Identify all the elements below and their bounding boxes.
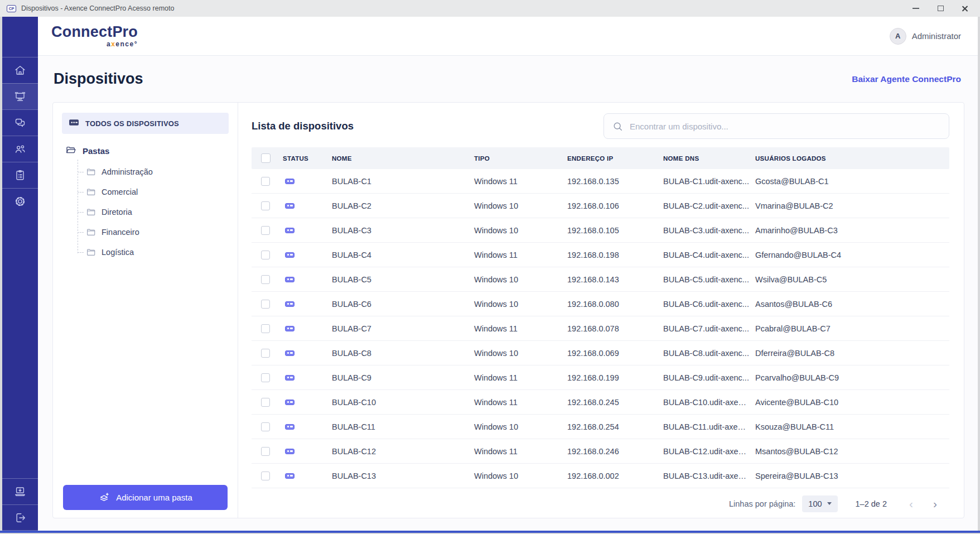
device-logged-user: Msantos@BULAB-C12 [750, 447, 949, 456]
sidebar-item-agent-download[interactable] [2, 478, 38, 504]
row-checkbox[interactable] [261, 447, 270, 456]
list-title: Lista de dispositivos [252, 120, 354, 132]
folder-icon [86, 167, 96, 177]
table-row[interactable]: BULAB-C5 Windows 10 192.168.0.143 BULAB-… [252, 267, 949, 292]
previous-page-button[interactable]: ‹ [909, 498, 913, 509]
add-folder-button[interactable]: Adicionar uma pasta [63, 485, 228, 510]
next-page-button[interactable]: › [933, 498, 937, 509]
device-name: BULAB-C9 [326, 373, 469, 382]
device-ip: 192.168.0.199 [562, 373, 658, 382]
status-connected-icon [285, 228, 295, 233]
tree-item-folder[interactable]: Diretoria [78, 202, 229, 222]
sidebar-item-tasks[interactable] [2, 162, 38, 188]
row-checkbox[interactable] [261, 226, 270, 235]
close-button[interactable] [957, 1, 973, 16]
row-checkbox[interactable] [261, 177, 270, 186]
sidebar-item-users[interactable] [2, 136, 38, 162]
table-row[interactable]: BULAB-C2 Windows 10 192.168.0.106 BULAB-… [252, 194, 949, 218]
row-checkbox[interactable] [261, 201, 270, 210]
sidebar-item-home[interactable] [2, 57, 38, 83]
device-dns: BULAB-C1.udit-axenc... [658, 177, 750, 186]
device-type: Windows 10 [469, 226, 562, 235]
table-row[interactable]: BULAB-C12 Windows 11 192.168.0.246 BULAB… [252, 439, 949, 464]
search-icon [612, 121, 624, 132]
device-logged-user: Gfernando@BULAB-C4 [750, 251, 949, 259]
device-dns: BULAB-C10.udit-axenc... [658, 398, 750, 407]
folder-label: Logística [102, 248, 134, 257]
device-ip: 192.168.0.135 [562, 177, 658, 186]
row-checkbox[interactable] [261, 398, 270, 407]
all-devices-icon [69, 118, 79, 128]
row-checkbox[interactable] [261, 373, 270, 382]
table-row[interactable]: BULAB-C1 Windows 11 192.168.0.135 BULAB-… [252, 169, 949, 194]
column-header[interactable]: NOME DNS [658, 155, 750, 162]
row-checkbox[interactable] [261, 349, 270, 358]
device-type: Windows 10 [469, 275, 562, 284]
device-name: BULAB-C6 [326, 300, 469, 309]
download-agent-link[interactable]: Baixar Agente ConnectPro [852, 74, 961, 84]
device-logged-user: Wsilva@BULAB-C5 [750, 275, 949, 284]
window-bottom-border [0, 531, 980, 534]
table-row[interactable]: BULAB-C10 Windows 11 192.168.0.245 BULAB… [252, 390, 949, 415]
tree-item-folder[interactable]: Logística [78, 242, 229, 262]
row-checkbox[interactable] [261, 472, 270, 480]
column-header[interactable]: NOME [326, 155, 469, 162]
chat-icon [13, 116, 27, 129]
device-logged-user: Pcabral@BULAB-C7 [750, 324, 949, 333]
table-row[interactable]: BULAB-C8 Windows 10 192.168.0.069 BULAB-… [252, 341, 949, 365]
folder-children: Administração Comercial Diretoria Financ… [78, 162, 229, 262]
status-connected-icon [285, 277, 295, 282]
rows-per-page-select[interactable]: 100 [802, 495, 837, 512]
tree-item-folder[interactable]: Financeiro [78, 222, 229, 242]
devices-panel: TODOS OS DISPOSITIVOS Pastas Administraç… [52, 102, 964, 518]
device-ip: 192.168.0.078 [562, 324, 658, 333]
row-checkbox[interactable] [261, 275, 270, 284]
row-checkbox[interactable] [261, 324, 270, 333]
all-devices-label: TODOS OS DISPOSITIVOS [85, 119, 179, 128]
tree-item-all-devices[interactable]: TODOS OS DISPOSITIVOS [62, 113, 229, 134]
device-logged-user: Amarinho@BULAB-C3 [750, 226, 949, 235]
device-ip: 192.168.0.246 [562, 447, 658, 456]
sidebar-item-chat[interactable] [2, 109, 38, 136]
column-header[interactable]: ENDEREÇO IP [562, 155, 658, 162]
device-logged-user: Ksouza@BULAB-C11 [750, 422, 949, 431]
users-icon [13, 142, 27, 156]
device-type: Windows 11 [469, 324, 562, 333]
table-row[interactable]: BULAB-C3 Windows 10 192.168.0.105 BULAB-… [252, 218, 949, 243]
table-row[interactable]: BULAB-C11 Windows 10 192.168.0.254 BULAB… [252, 415, 949, 439]
search-input[interactable] [630, 122, 941, 131]
sidebar-item-devices[interactable] [2, 83, 38, 109]
column-header[interactable]: USUÁRIOS LOGADOS [750, 155, 949, 162]
sidebar-item-settings[interactable] [2, 188, 38, 214]
column-header[interactable]: STATUS [277, 155, 326, 162]
add-folder-label: Adicionar uma pasta [116, 493, 192, 502]
row-checkbox[interactable] [261, 300, 270, 309]
maximize-button[interactable] [932, 1, 949, 16]
device-table-header: STATUSNOMETIPOENDEREÇO IPNOME DNSUSUÁRIO… [252, 147, 949, 169]
sidebar-item-logout[interactable] [2, 504, 38, 531]
folder-icon [86, 247, 96, 257]
table-row[interactable]: BULAB-C7 Windows 11 192.168.0.078 BULAB-… [252, 316, 949, 341]
status-connected-icon [285, 473, 295, 479]
row-checkbox[interactable] [261, 422, 270, 431]
table-row[interactable]: BULAB-C6 Windows 10 192.168.0.080 BULAB-… [252, 292, 949, 316]
tree-item-folder[interactable]: Comercial [78, 182, 229, 202]
sidebar [2, 17, 38, 531]
device-dns: BULAB-C8.udit-axenc... [658, 349, 750, 358]
status-connected-icon [285, 179, 295, 184]
tree-item-pastas[interactable]: Pastas [65, 145, 229, 157]
select-all-checkbox[interactable] [261, 153, 271, 163]
tree-item-folder[interactable]: Administração [78, 162, 229, 182]
table-row[interactable]: BULAB-C13 Windows 10 192.168.0.002 BULAB… [252, 464, 949, 488]
logo-main-text: ConnectPro [51, 25, 138, 40]
device-type: Windows 11 [469, 373, 562, 382]
column-header[interactable]: TIPO [469, 155, 562, 162]
table-row[interactable]: BULAB-C9 Windows 11 192.168.0.199 BULAB-… [252, 365, 949, 390]
user-menu[interactable]: A Administrator [890, 28, 961, 45]
folder-open-icon [65, 145, 76, 157]
minimize-button[interactable] [907, 1, 924, 16]
row-checkbox[interactable] [261, 251, 270, 259]
avatar: A [890, 28, 906, 45]
folder-label: Financeiro [102, 228, 139, 237]
table-row[interactable]: BULAB-C4 Windows 11 192.168.0.198 BULAB-… [252, 243, 949, 267]
